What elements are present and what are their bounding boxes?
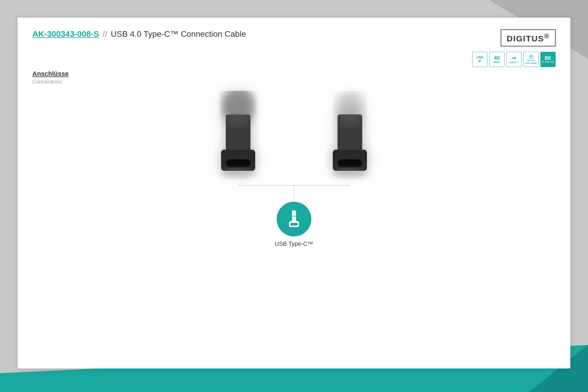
badge-40gbps: 40 Gbps [489, 52, 505, 67]
badge-pd-icon: Ⓕ [529, 55, 533, 59]
badge-ultrahd-text: ULTRA HD [542, 61, 554, 63]
svg-rect-6 [221, 153, 223, 156]
svg-rect-5 [227, 160, 249, 166]
badge-speed-number: 40 [494, 55, 500, 61]
badge-pd-line1: PD 3.0 [527, 59, 534, 62]
badge-pd30: Ⓕ PD 3.0 Fast Charge [523, 52, 539, 67]
dotted-vertical-line [294, 186, 294, 202]
product-description: USB 4.0 Type-C™ Connection Cable [111, 29, 246, 39]
product-title: AK-300343-008-S // USB 4.0 Type-C™ Conne… [32, 29, 246, 39]
badge-usbc-arrow: ⇒ [512, 55, 516, 61]
badge-usbc: ⇒ USB-C™ [506, 52, 522, 67]
usbc-icon-circle: SS+ [277, 202, 311, 236]
badge-speed-unit: Gbps [493, 61, 500, 64]
connector-label: USB Type-C™ [275, 241, 313, 247]
svg-point-23 [332, 168, 368, 179]
cables-row [209, 91, 379, 179]
badges-row: USB IF 40 Gbps ⇒ USB-C™ Ⓕ PD 3.0 Fas [472, 52, 556, 67]
connectors-section: SS+ USB Type-C™ [32, 91, 556, 247]
section-header: Anschlüsse Connections [32, 70, 556, 85]
badge-8k: 8K ULTRA HD [540, 52, 556, 67]
svg-point-31 [336, 92, 364, 125]
badge-usb-if-line1: USB [476, 56, 483, 59]
main-card: AK-300343-008-S // USB 4.0 Type-C™ Conne… [18, 18, 570, 368]
left-connector [209, 91, 268, 179]
svg-point-16 [224, 92, 252, 125]
badge-8k-text: 8K [544, 56, 551, 61]
left-usbc-svg [209, 91, 268, 179]
usbc-connector-icon: SS+ [284, 209, 304, 229]
svg-rect-20 [339, 160, 361, 166]
right-connector [320, 91, 379, 179]
badge-pd-line2: Fast Charge [525, 62, 537, 64]
right-header: DIGITUS® USB IF 40 Gbps ⇒ USB-C™ [472, 29, 556, 67]
svg-rect-7 [253, 153, 255, 156]
svg-rect-22 [365, 153, 367, 156]
badge-usb-if-line2: IF [478, 59, 481, 63]
header: AK-300343-008-S // USB 4.0 Type-C™ Conne… [32, 29, 556, 67]
badge-usbc-label: USB-C™ [509, 61, 519, 64]
product-sku: AK-300343-008-S [32, 29, 99, 39]
section-title-german: Anschlüsse [32, 70, 556, 78]
brand-name: DIGITUS® [507, 32, 550, 44]
svg-text:SS+: SS+ [292, 215, 296, 218]
registered-symbol: ® [544, 32, 550, 40]
badge-usb-if: USB IF [472, 52, 487, 67]
svg-point-8 [220, 168, 256, 179]
title-divider: // [103, 29, 107, 39]
section-title-english: Connections [32, 79, 556, 85]
right-usbc-svg [320, 91, 379, 179]
dotted-connection [238, 185, 350, 202]
svg-rect-21 [333, 153, 335, 156]
svg-rect-34 [290, 223, 298, 226]
brand-logo: DIGITUS® [501, 29, 556, 46]
